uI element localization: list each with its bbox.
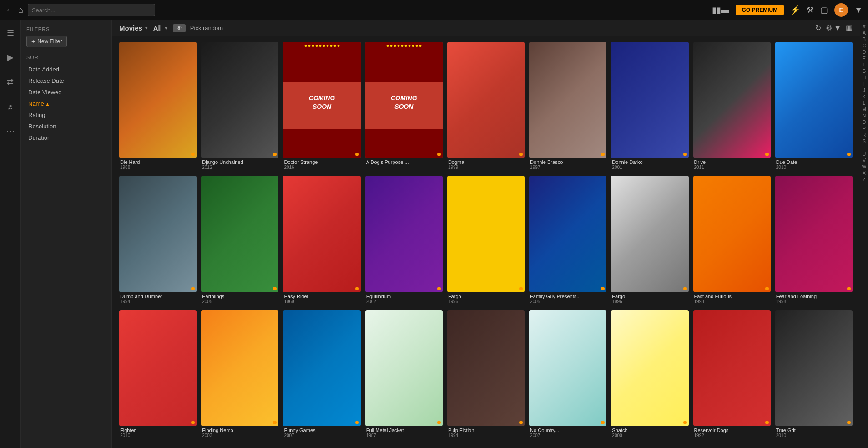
all-dropdown[interactable]: All ▼ [153, 24, 168, 32]
alpha-letter-a[interactable]: A [863, 30, 866, 36]
movie-year: 2016 [284, 165, 359, 170]
refresh-icon[interactable]: ↻ [815, 24, 821, 32]
movie-card[interactable]: Due Date 2010 [775, 42, 853, 171]
alpha-letter-b[interactable]: B [863, 36, 866, 42]
notification-icon[interactable]: ⚡ [790, 5, 800, 15]
movie-card[interactable]: Die Hard 1988 [119, 42, 197, 171]
avatar[interactable]: E [834, 3, 848, 17]
alpha-letter-v[interactable]: V [863, 158, 866, 163]
alpha-letter-u[interactable]: U [863, 151, 866, 157]
alpha-letter-g[interactable]: G [863, 68, 866, 74]
movie-card[interactable]: Easy Rider 1969 [283, 176, 360, 305]
movie-card[interactable]: COMINGSOON Doctor Strange 2016 [283, 42, 360, 171]
nav-more-icon[interactable]: ⋯ [2, 123, 19, 139]
alpha-letter-l[interactable]: L [863, 100, 866, 106]
movie-card[interactable]: No Country... 2007 [529, 310, 606, 439]
movie-title: Full Metal Jacket [366, 428, 442, 433]
movie-card[interactable]: Funny Games 2007 [283, 310, 360, 439]
movie-poster [119, 176, 197, 292]
alpha-letter-s[interactable]: S [863, 138, 866, 144]
sort-item-resolution[interactable]: Resolution [26, 121, 106, 132]
alpha-letter-j[interactable]: J [863, 87, 865, 93]
alpha-letter-r[interactable]: R [863, 132, 866, 138]
sort-item-date-added[interactable]: Date Added [26, 64, 106, 75]
pick-random-button[interactable]: Pick random [190, 25, 223, 31]
movie-card[interactable]: True Grit 2010 [775, 310, 853, 439]
back-button[interactable]: ← [5, 5, 14, 15]
alpha-letter-t[interactable]: T [863, 145, 865, 151]
movie-card[interactable]: Pulp Fiction 1994 [447, 310, 525, 439]
nav-playlist-icon[interactable]: ♬ [2, 98, 19, 115]
alpha-letter-o[interactable]: O [863, 119, 866, 125]
new-filter-button[interactable]: New Filter [26, 36, 67, 47]
alpha-letter-z[interactable]: Z [863, 177, 865, 183]
movie-card[interactable]: Family Guy Presents... 2005 [529, 176, 606, 305]
movie-card[interactable]: Snatch 2000 [611, 310, 688, 439]
settings-icon[interactable]: ⚒ [807, 5, 814, 15]
movie-poster [693, 310, 771, 426]
alpha-letter-n[interactable]: N [863, 113, 866, 119]
movie-poster [611, 310, 688, 426]
movie-title: Snatch [612, 428, 687, 433]
alpha-letter-m[interactable]: M [862, 107, 866, 112]
sort-item-date-viewed[interactable]: Date Viewed [26, 87, 106, 98]
movie-title: Die Hard [120, 159, 196, 165]
movie-card[interactable]: Earthlings 2005 [201, 176, 278, 305]
movie-card[interactable]: Dogma 1999 [447, 42, 525, 171]
cast-icon[interactable]: ▢ [820, 5, 828, 15]
movie-title: Equilibrium [366, 294, 442, 299]
movie-year: 2010 [120, 433, 196, 438]
alpha-letter-i[interactable]: I [863, 81, 865, 87]
movie-card[interactable]: Dumb and Dumber 1994 [119, 176, 197, 305]
movie-card[interactable]: COMINGSOON A Dog's Purpose ... [365, 42, 443, 171]
movie-card[interactable]: Fargo 1996 [611, 176, 688, 305]
sidebar: FILTERS New Filter SORT Date AddedReleas… [21, 20, 112, 448]
movie-poster [365, 310, 443, 426]
home-button[interactable]: ⌂ [18, 5, 23, 15]
all-dropdown-arrow: ▼ [164, 25, 168, 31]
filter-tag[interactable]: 👁 [173, 24, 186, 32]
movie-card[interactable]: Donnie Darko 2001 [611, 42, 688, 171]
alpha-letter-k[interactable]: K [863, 94, 866, 100]
movie-card[interactable]: Equilibrium 2002 [365, 176, 443, 305]
alpha-letter-h[interactable]: H [863, 75, 866, 81]
movie-card[interactable]: Full Metal Jacket 1987 [365, 310, 443, 439]
movie-card[interactable]: Fargo 1996 [447, 176, 525, 305]
movie-title: Fargo [448, 294, 524, 299]
sort-item-name[interactable]: Name [26, 98, 106, 109]
movie-card[interactable]: Donnie Brasco 1997 [529, 42, 606, 171]
movie-card[interactable]: Drive 2011 [693, 42, 771, 171]
stats-icon[interactable]: ▮▮▬ [712, 5, 729, 15]
alpha-letter-e[interactable]: E [863, 56, 866, 61]
alpha-letter-w[interactable]: W [862, 164, 866, 170]
search-input[interactable] [28, 4, 155, 16]
nav-shuffle-icon[interactable]: ⇄ [2, 74, 19, 90]
nav-play-icon[interactable]: ▶ [2, 49, 19, 66]
sort-item-duration[interactable]: Duration [26, 132, 106, 143]
grid-view-icon[interactable]: ▦ [846, 24, 853, 32]
account-dropdown-icon[interactable]: ▼ [854, 5, 863, 15]
movie-year: 1999 [448, 165, 524, 170]
sort-item-release-date[interactable]: Release Date [26, 75, 106, 87]
movie-card[interactable]: Fast and Furious 1998 [693, 176, 771, 305]
display-settings-icon[interactable]: ⚙ ▼ [826, 24, 841, 32]
alpha-letter-p[interactable]: P [863, 126, 866, 132]
movie-title: Funny Games [284, 428, 359, 433]
left-nav: ☰ ▶ ⇄ ♬ ⋯ [0, 20, 21, 448]
alpha-letter-#[interactable]: # [863, 24, 866, 30]
movie-card[interactable]: Django Unchained 2012 [201, 42, 278, 171]
movie-card[interactable]: Reservoir Dogs 1992 [693, 310, 771, 439]
nav-menu-icon[interactable]: ☰ [2, 25, 19, 41]
alpha-letter-x[interactable]: X [863, 170, 866, 176]
movie-poster [447, 42, 525, 158]
alpha-letter-f[interactable]: F [863, 62, 865, 68]
movie-card[interactable]: Fighter 2010 [119, 310, 197, 439]
movie-card[interactable]: Finding Nemo 2003 [201, 310, 278, 439]
premium-button[interactable]: GO PREMIUM [736, 5, 784, 15]
sort-item-rating[interactable]: Rating [26, 109, 106, 121]
movie-card[interactable]: Fear and Loathing 1998 [775, 176, 853, 305]
movies-dropdown[interactable]: Movies ▼ [119, 24, 149, 32]
movie-title: Due Date [776, 159, 852, 165]
alpha-letter-d[interactable]: D [863, 49, 866, 55]
alpha-letter-c[interactable]: C [863, 43, 866, 49]
